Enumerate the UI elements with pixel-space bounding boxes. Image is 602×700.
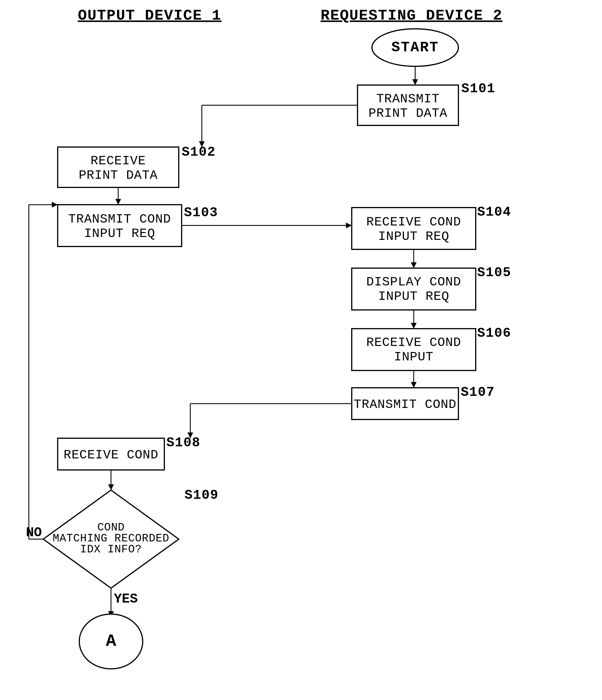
svg-marker-15 (411, 262, 417, 268)
s103-line2: INPUT REQ (84, 226, 155, 241)
s103-step: S103 (184, 205, 218, 220)
title-requesting-device: REQUESTING DEVICE 2 (321, 7, 503, 24)
s102-line2: PRINT DATA (79, 168, 158, 182)
s108-step: S108 (166, 435, 200, 450)
svg-marker-9 (115, 199, 121, 205)
s102-line1: RECEIVE (91, 154, 146, 168)
s105-step: S105 (477, 265, 511, 280)
s106-step: S106 (477, 326, 511, 341)
svg-marker-33 (52, 202, 58, 207)
s105-line1: DISPLAY COND (367, 275, 461, 289)
s104-step: S104 (477, 205, 511, 220)
svg-marker-18 (411, 323, 417, 329)
s106-line1: RECEIVE COND (367, 335, 461, 350)
s106-line2: INPUT (394, 350, 433, 364)
s109-line2: MATCHING RECORDED (53, 532, 170, 545)
svg-marker-28 (108, 484, 114, 490)
svg-marker-2 (412, 79, 418, 85)
s109-line3: IDX INFO? (80, 543, 142, 555)
title-output-device: OUTPUT DEVICE 1 (78, 7, 221, 24)
flowchart-container: OUTPUT DEVICE 1 REQUESTING DEVICE 2 STAR… (0, 0, 602, 700)
s107-label: TRANSMIT COND (354, 397, 456, 412)
s104-line1: RECEIVE COND (367, 215, 461, 229)
s101-line1: TRANSMIT (376, 92, 440, 106)
no-label: NO (26, 525, 42, 540)
s102-step: S102 (182, 145, 216, 160)
svg-marker-21 (411, 382, 417, 388)
s101-step: S101 (461, 81, 495, 96)
s105-line2: INPUT REQ (378, 289, 450, 304)
start-label: START (391, 39, 439, 56)
s109-line1: COND (97, 521, 125, 534)
s103-line1: TRANSMIT COND (68, 212, 171, 226)
s101-line2: PRINT DATA (369, 106, 448, 121)
s109-step: S109 (184, 488, 219, 503)
a-label: A (106, 631, 116, 651)
s104-line2: INPUT REQ (378, 229, 450, 244)
svg-marker-12 (346, 223, 352, 228)
yes-label: YES (114, 592, 138, 607)
s107-step: S107 (461, 385, 495, 400)
s108-label: RECEIVE COND (64, 448, 158, 462)
